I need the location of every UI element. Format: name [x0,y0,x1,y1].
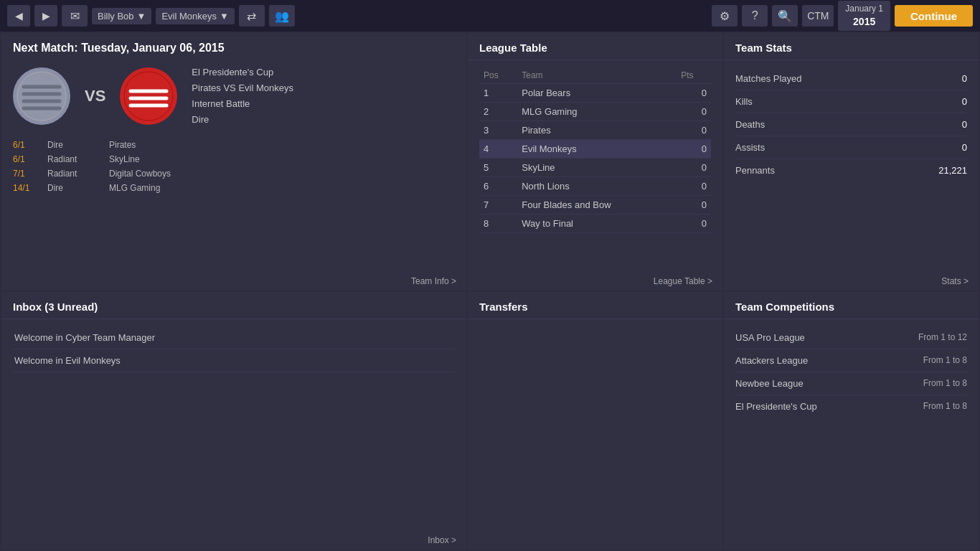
svg-point-0 [17,72,66,121]
odds-row: 6/1 Radiant SkyLine [13,152,455,166]
cell-pos: 6 [479,177,517,196]
stat-row: Matches Played0 [735,67,967,90]
table-row[interactable]: 2MLG Gaming0 [479,103,711,121]
cell-pos: 5 [479,159,517,177]
group-button[interactable]: 👥 [269,5,295,27]
match-cup: El Presidente's Cup [192,65,293,80]
home-team-logo-svg [17,71,67,121]
stat-value: 0 [962,119,967,130]
table-row[interactable]: 6North Lions0 [479,177,711,196]
cell-team: North Lions [517,177,677,196]
cell-pos: 2 [479,103,517,121]
table-row[interactable]: 7Four Blades and Bow0 [479,196,711,215]
inbox-messages: Welcome in Cyber Team ManagerWelcome in … [13,326,455,372]
list-item[interactable]: Newbee LeagueFrom 1 to 8 [735,372,967,395]
top-navigation: ◀ ▶ ✉ Billy Bob ▼ Evil Monkeys ▼ ⇄ 👥 ⚙ ?… [0,0,980,32]
search-button[interactable]: 🔍 [772,5,798,27]
table-row[interactable]: 8Way to Final0 [479,215,711,233]
list-item[interactable]: Welcome in Evil Monkeys [13,349,455,372]
cell-pos: 3 [479,121,517,140]
odds-row: 6/1 Dire Pirates [13,138,455,152]
team-stats-title: Team Stats [724,33,979,60]
odds-opp-3: Digital Cowboys [109,169,171,179]
list-item[interactable]: USA Pro LeagueFrom 1 to 12 [735,326,967,349]
team-info-link[interactable]: Team Info > [1,272,466,291]
team-name: Evil Monkeys [161,11,217,22]
away-team-logo [120,67,177,125]
back-button[interactable]: ◀ [7,5,30,27]
odds-row: 7/1 Radiant Digital Cowboys [13,166,455,181]
comp-detail: From 1 to 8 [923,355,967,366]
match-info: El Presidente's Cup Pirates VS Evil Monk… [192,65,293,128]
cell-team: Evil Monkeys [517,140,677,159]
team-competitions-panel: Team Competitions USA Pro LeagueFrom 1 t… [724,292,979,550]
transfer-button[interactable]: ⇄ [239,5,265,27]
odds-team-2: Radiant [47,154,98,164]
league-table-body: Pos Team Pts 1Polar Bears02MLG Gaming03P… [468,60,722,272]
transfers-title: Transfers [468,292,722,319]
comp-detail: From 1 to 8 [923,401,967,412]
odds-opp-4: MLG Gaming [109,183,160,193]
cell-team: Pirates [517,121,677,140]
match-matchup: Pirates VS Evil Monkeys [192,80,293,96]
comp-detail: From 1 to 8 [923,378,967,389]
cell-pts: 0 [677,121,711,140]
comp-name: Newbee League [735,378,804,389]
cell-team: SkyLine [517,159,677,177]
settings-button[interactable]: ⚙ [712,5,738,27]
cell-pos: 8 [479,215,517,233]
league-table-body-rows: 1Polar Bears02MLG Gaming03Pirates04Evil … [479,84,711,233]
match-venue: Internet Battle [192,96,293,112]
user-selector[interactable]: Billy Bob ▼ [92,8,151,24]
ctm-button[interactable]: CTM [802,5,834,27]
cell-team: Four Blades and Bow [517,196,677,215]
comp-detail: From 1 to 12 [918,332,967,343]
stats-link[interactable]: Stats > [724,272,979,291]
cell-pts: 0 [677,177,711,196]
table-row[interactable]: 4Evil Monkeys0 [479,140,711,159]
team-selector[interactable]: Evil Monkeys ▼ [156,8,234,24]
continue-button[interactable]: Continue [895,5,973,27]
team-competitions-title: Team Competitions [724,292,979,319]
inbox-link[interactable]: Inbox > [1,531,466,550]
odds-opp-1: Pirates [109,140,136,150]
away-team-logo-svg [123,71,174,121]
cell-pts: 0 [677,215,711,233]
league-table-link[interactable]: League Table > [468,272,722,291]
stats-rows: Matches Played0Kills0Deaths0Assists0Penn… [735,67,967,182]
table-row[interactable]: 1Polar Bears0 [479,84,711,103]
inbox-body: Welcome in Cyber Team ManagerWelcome in … [1,319,466,531]
cell-pts: 0 [677,196,711,215]
team-stats-panel: Team Stats Matches Played0Kills0Deaths0A… [724,33,979,291]
league-table-title: League Table [468,33,722,60]
vs-label: VS [77,87,113,105]
col-team: Team [517,67,677,84]
list-item[interactable]: Welcome in Cyber Team Manager [13,326,455,349]
list-item[interactable]: El Presidente's CupFrom 1 to 8 [735,395,967,418]
team-chevron-icon: ▼ [220,11,229,22]
nav-right-section: ⚙ ? 🔍 CTM January 1 2015 Continue [712,1,973,31]
cell-pos: 1 [479,84,517,103]
odds-team-3: Radiant [47,169,98,179]
svg-point-5 [124,72,173,121]
match-location: Dire [192,112,293,128]
date-display: January 1 2015 [838,1,890,31]
table-row[interactable]: 5SkyLine0 [479,159,711,177]
next-match-title: Next Match: Tuesday, January 06, 2015 [1,33,466,57]
stat-label: Matches Played [735,73,802,84]
main-grid: Next Match: Tuesday, January 06, 2015 VS [0,32,980,551]
transfers-panel: Transfers [468,292,722,550]
league-table: Pos Team Pts 1Polar Bears02MLG Gaming03P… [479,67,711,233]
list-item[interactable]: Attackers LeagueFrom 1 to 8 [735,349,967,372]
forward-button[interactable]: ▶ [34,5,57,27]
stat-row: Assists0 [735,136,967,159]
col-pos: Pos [479,67,517,84]
league-table-panel: League Table Pos Team Pts 1Polar Bears02… [468,33,722,291]
stat-row: Kills0 [735,90,967,113]
help-button[interactable]: ? [742,5,768,27]
col-pts: Pts [677,67,711,84]
stat-value: 21,221 [938,165,967,176]
stat-row: Pennants21,221 [735,159,967,182]
mail-button[interactable]: ✉ [62,5,88,27]
table-row[interactable]: 3Pirates0 [479,121,711,140]
